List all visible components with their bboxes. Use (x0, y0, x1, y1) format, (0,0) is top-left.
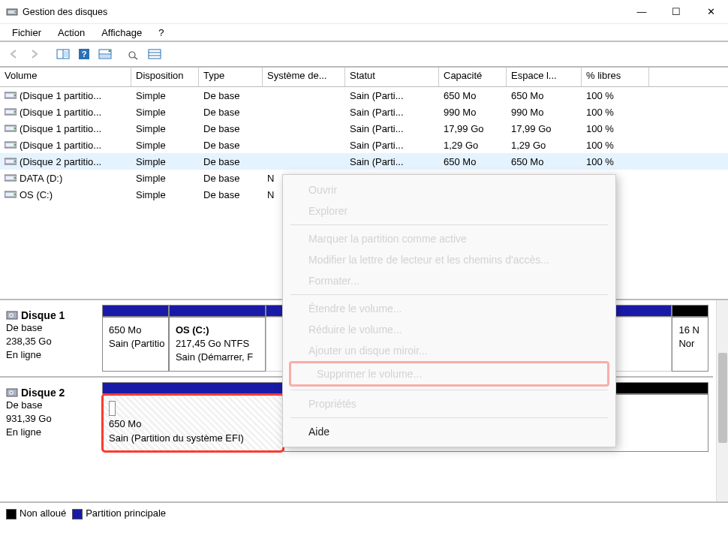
context-menu-separator (290, 224, 608, 225)
volume-row[interactable]: (Disque 1 partitio...SimpleDe baseSain (… (0, 104, 728, 120)
col-espace-libre[interactable]: Espace l... (507, 68, 582, 86)
panel-layout-button[interactable] (96, 45, 114, 63)
svg-point-39 (11, 315, 12, 316)
svg-text:?: ? (82, 50, 87, 59)
context-menu: OuvrirExplorerMarquer la partition comme… (282, 174, 616, 447)
context-menu-item[interactable]: Supprimer le volume... (289, 361, 609, 387)
volume-row[interactable]: (Disque 1 partitio...SimpleDe baseSain (… (0, 87, 728, 104)
volume-icon (5, 107, 17, 116)
close-button[interactable]: ✕ (693, 0, 728, 23)
svg-point-18 (14, 95, 16, 96)
svg-rect-32 (6, 176, 14, 179)
volume-icon (5, 140, 17, 149)
context-menu-item[interactable]: Propriétés (283, 393, 615, 414)
col-volume[interactable]: Volume (0, 68, 131, 86)
color-segment (102, 382, 284, 394)
refresh-button[interactable] (125, 45, 143, 63)
svg-point-42 (11, 392, 12, 393)
list-view-button[interactable] (146, 45, 164, 63)
context-menu-item[interactable]: Réduire le volume... (283, 319, 615, 340)
legend: Non alloué Partition principale (0, 503, 728, 524)
volume-icon (5, 173, 17, 182)
col-capacite[interactable]: Capacité (439, 68, 507, 86)
color-segment (169, 305, 266, 317)
context-menu-item[interactable]: Formater... (283, 270, 615, 291)
svg-rect-35 (6, 193, 14, 196)
volume-icon (5, 157, 17, 166)
svg-rect-29 (6, 160, 14, 163)
svg-rect-17 (6, 94, 14, 97)
partition-box[interactable]: 650 MoSain (Partitio (102, 317, 169, 372)
svg-point-11 (129, 52, 135, 58)
svg-point-27 (14, 144, 16, 146)
svg-line-12 (134, 57, 137, 59)
context-menu-item[interactable]: Ajouter un disque miroir... (283, 340, 615, 361)
volume-row[interactable]: (Disque 2 partitio...SimpleDe baseSain (… (0, 153, 728, 170)
partition-box[interactable]: 16 NNor (672, 317, 708, 372)
column-headers: Volume Disposition Type Système de... St… (0, 68, 728, 87)
legend-item: Non alloué (6, 507, 66, 519)
svg-point-30 (14, 161, 16, 162)
svg-point-2 (14, 11, 16, 13)
help-toolbar-button[interactable]: ? (75, 45, 93, 63)
volume-icon (5, 190, 17, 199)
context-menu-item[interactable]: Étendre le volume... (283, 298, 615, 319)
volume-icon (5, 91, 17, 100)
menubar: Fichier Action Affichage ? (0, 24, 728, 42)
maximize-button[interactable]: ☐ (659, 0, 693, 23)
partition-box[interactable]: 650 MoSain (Partition du système EFI) (102, 394, 284, 452)
disk-label: Disque 1 De base 238,35 Go En ligne (5, 305, 102, 372)
svg-point-33 (14, 177, 16, 179)
col-disposition[interactable]: Disposition (131, 68, 199, 86)
svg-point-24 (14, 128, 16, 129)
color-segment (102, 305, 169, 317)
col-systeme[interactable]: Système de... (263, 68, 345, 86)
context-menu-separator (290, 294, 608, 295)
toolbar: ? (0, 42, 728, 68)
col-pct-libres[interactable]: % libres (582, 68, 649, 86)
vertical-scrollbar[interactable] (716, 300, 728, 501)
volume-row[interactable]: (Disque 1 partitio...SimpleDe baseSain (… (0, 137, 728, 153)
svg-rect-5 (64, 51, 68, 57)
context-menu-item[interactable]: Modifier la lettre de lecteur et les che… (283, 249, 615, 270)
menu-action[interactable]: Action (50, 26, 92, 40)
nav-forward-button[interactable] (26, 45, 44, 63)
context-menu-item[interactable]: Aide (283, 421, 615, 442)
legend-item: Partition principale (72, 507, 166, 519)
context-menu-separator (290, 390, 608, 390)
svg-rect-23 (6, 127, 14, 130)
context-menu-item[interactable]: Explorer (283, 200, 615, 221)
context-menu-item[interactable]: Ouvrir (283, 179, 615, 200)
col-type[interactable]: Type (199, 68, 263, 86)
volume-icon (5, 124, 17, 133)
minimize-button[interactable]: — (624, 0, 659, 23)
menu-affichage[interactable]: Affichage (94, 26, 149, 40)
titlebar: Gestion des disques — ☐ ✕ (0, 0, 728, 24)
disk-label: Disque 2 De base 931,39 Go En ligne (5, 382, 102, 452)
menu-help[interactable]: ? (151, 26, 171, 40)
volume-row[interactable]: (Disque 1 partitio...SimpleDe baseSain (… (0, 120, 728, 137)
svg-rect-10 (100, 55, 110, 58)
svg-point-21 (14, 111, 16, 113)
svg-point-36 (14, 194, 16, 195)
col-statut[interactable]: Statut (345, 68, 439, 86)
partition-box[interactable]: OS (C:)217,45 Go NTFSSain (Démarrer, F (169, 317, 266, 372)
context-menu-item[interactable]: Marquer la partition comme active (283, 228, 615, 249)
menu-fichier[interactable]: Fichier (5, 26, 49, 40)
nav-back-button[interactable] (5, 45, 23, 63)
window-title: Gestion des disques (23, 7, 624, 17)
color-segment (672, 305, 708, 317)
app-icon (6, 6, 18, 18)
panel-toggle-button[interactable] (54, 45, 72, 63)
scrollbar-thumb[interactable] (718, 353, 727, 443)
svg-rect-26 (6, 143, 14, 146)
svg-rect-13 (149, 50, 161, 59)
context-menu-separator (290, 417, 608, 418)
window-controls: — ☐ ✕ (624, 0, 728, 23)
svg-rect-20 (6, 110, 14, 113)
